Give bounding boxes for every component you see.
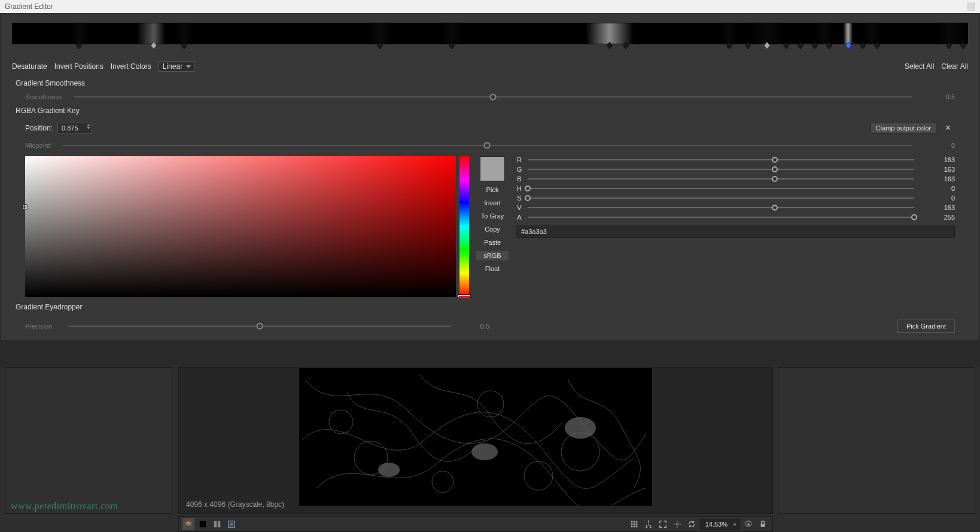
current-color-swatch <box>480 156 505 181</box>
float-mode-button[interactable]: Float <box>476 264 509 273</box>
channel-row-s: S0 <box>516 194 955 202</box>
center-icon[interactable] <box>671 518 683 530</box>
swatch-column: Pick Invert To Gray Copy Paste sRGB Floa… <box>476 156 509 273</box>
midpoint-label: Midpoint: <box>25 142 55 149</box>
solid-view-icon[interactable] <box>197 518 209 530</box>
paste-color-button[interactable]: Paste <box>476 238 509 247</box>
gradient-stop-handle[interactable] <box>812 42 818 49</box>
hex-input[interactable] <box>516 226 955 238</box>
channel-slider-thumb[interactable] <box>772 157 778 163</box>
precision-slider[interactable] <box>68 326 451 327</box>
svg-rect-21 <box>631 526 632 528</box>
gradient-stop-handle[interactable] <box>764 42 770 49</box>
interpolation-select[interactable]: Linear <box>159 61 194 72</box>
invert-colors-button[interactable]: Invert Colors <box>111 62 151 71</box>
channel-slider-thumb[interactable] <box>911 214 917 220</box>
sv-cursor[interactable] <box>23 205 28 209</box>
gradient-stop-handle[interactable] <box>874 42 880 49</box>
color-view-icon[interactable] <box>226 518 238 530</box>
svg-rect-20 <box>635 524 637 525</box>
hue-bar[interactable] <box>459 156 469 297</box>
channel-slider-a[interactable] <box>528 217 914 218</box>
grid-icon[interactable] <box>628 518 640 530</box>
channel-slider-thumb[interactable] <box>525 195 531 201</box>
precision-value: 0.5 <box>465 323 489 330</box>
channel-slider-h[interactable] <box>528 188 914 189</box>
gradient-preview-strip[interactable] <box>12 23 968 44</box>
layers-icon[interactable] <box>182 518 194 530</box>
channel-row-g: G163 <box>516 166 955 173</box>
invert-positions-button[interactable]: Invert Positions <box>54 62 104 71</box>
position-spinner[interactable] <box>87 124 90 129</box>
gradient-stop-handle[interactable] <box>449 42 455 49</box>
clear-all-button[interactable]: Clear All <box>941 62 968 71</box>
gradient-stop-handle[interactable] <box>726 42 732 49</box>
eyedropper-row: Precision 0.5 Pick Gradient <box>1 314 979 333</box>
remove-key-button[interactable]: ✕ <box>941 122 955 133</box>
workspace-background: 4096 x 4096 (Grayscale, 8bpc) 1 <box>0 367 980 532</box>
hierarchy-icon[interactable] <box>643 518 655 530</box>
smoothness-slider[interactable] <box>74 96 912 98</box>
channel-row-r: R163 <box>516 156 955 163</box>
pick-gradient-button[interactable]: Pick Gradient <box>897 320 955 333</box>
gradient-stop-handle[interactable] <box>151 42 157 49</box>
channel-slider-r[interactable] <box>528 159 914 160</box>
watermark-text: www.petedimitrovart.com <box>11 501 118 512</box>
window-close-button[interactable] <box>967 2 975 11</box>
refresh-icon[interactable] <box>686 518 698 530</box>
fit-icon[interactable] <box>657 518 669 530</box>
invert-color-button[interactable]: Invert <box>476 198 509 208</box>
settings-icon[interactable] <box>742 518 754 530</box>
precision-slider-thumb[interactable] <box>257 323 263 330</box>
gradient-stop-handle[interactable] <box>745 42 751 49</box>
srgb-mode-button[interactable]: sRGB <box>476 251 509 260</box>
gradient-stop-handle[interactable] <box>946 42 952 49</box>
channel-slider-b[interactable] <box>528 178 914 180</box>
select-all-button[interactable]: Select All <box>905 62 934 71</box>
channel-slider-thumb[interactable] <box>525 186 531 191</box>
channel-slider-v[interactable] <box>528 207 914 208</box>
svg-rect-16 <box>633 521 635 523</box>
gradient-stop-handle[interactable] <box>798 42 804 49</box>
gradient-stop-handle[interactable] <box>960 42 966 49</box>
channel-row-b: B163 <box>516 175 955 183</box>
lock-icon[interactable] <box>757 518 769 530</box>
gradient-stop-handle[interactable] <box>377 42 383 49</box>
saturation-value-box[interactable] <box>25 156 456 297</box>
split-view-icon[interactable] <box>211 518 223 530</box>
gradient-stop-handle[interactable] <box>783 42 789 49</box>
channel-slider-g[interactable] <box>528 169 914 170</box>
desaturate-button[interactable]: Desaturate <box>12 62 47 71</box>
channel-slider-s[interactable] <box>528 197 914 199</box>
copy-color-button[interactable]: Copy <box>476 224 509 234</box>
smoothness-slider-thumb[interactable] <box>490 94 497 101</box>
gradient-stop-handle[interactable] <box>826 42 832 49</box>
window-title: Gradient Editor <box>5 2 53 11</box>
svg-rect-15 <box>631 521 632 523</box>
canvas-viewport[interactable]: 4096 x 4096 (Grayscale, 8bpc) <box>178 367 773 514</box>
channel-slider-thumb[interactable] <box>772 166 778 172</box>
svg-point-25 <box>646 527 647 528</box>
channel-value: 163 <box>919 204 955 211</box>
svg-rect-18 <box>631 524 632 525</box>
gradient-stop-handle[interactable] <box>845 42 851 49</box>
gradient-stop-handle[interactable] <box>607 42 613 49</box>
to-gray-button[interactable]: To Gray <box>476 211 509 221</box>
channel-slider-thumb[interactable] <box>772 205 778 211</box>
pick-color-button[interactable]: Pick <box>476 185 509 194</box>
position-row: Position: Clamp output color ✕ <box>1 117 979 138</box>
gradient-stop-handle[interactable] <box>860 42 866 49</box>
hex-row <box>516 226 955 238</box>
clamp-output-color-button[interactable]: Clamp output color <box>871 123 936 133</box>
smoothness-heading: Gradient Smoothness <box>1 77 979 90</box>
gradient-stop-handle[interactable] <box>623 42 629 49</box>
position-label: Position: <box>25 124 53 132</box>
midpoint-slider-thumb[interactable] <box>484 142 491 149</box>
zoom-level-select[interactable]: 14.53% <box>700 519 740 530</box>
gradient-stop-handle[interactable] <box>76 42 82 49</box>
midpoint-slider[interactable] <box>62 145 912 146</box>
hue-cursor[interactable] <box>458 295 470 297</box>
rgba-key-heading: RGBA Gradient Key <box>1 104 979 117</box>
gradient-stop-handle[interactable] <box>181 42 187 49</box>
channel-slider-thumb[interactable] <box>772 176 778 182</box>
